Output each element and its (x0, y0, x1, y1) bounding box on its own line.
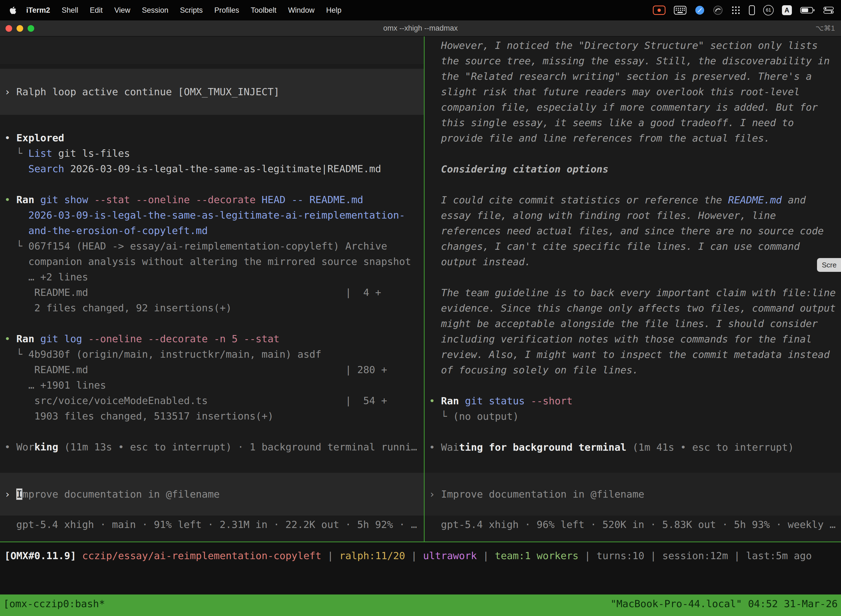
window-title: omx --xhigh --madmax (0, 24, 841, 32)
menu-bar: iTerm2 Shell Edit View Session Scripts P… (0, 0, 841, 21)
text-segment: Ralph loop active continue [OMX_TMUX_INJ… (16, 86, 280, 97)
close-button[interactable] (6, 25, 12, 32)
text-segment: Wor (16, 441, 34, 453)
agent-history-band: └ No agents completed yet (0, 37, 424, 64)
text-segment: --stat --oneline --decorate (94, 194, 255, 205)
menu-iterm2[interactable]: iTerm2 (21, 6, 56, 15)
text-segment: HEAD -- README.md (255, 194, 363, 205)
text-segment: references need actual files, and since … (429, 225, 823, 236)
terminal-line: └ List git ls-files (4, 146, 424, 161)
menu-scripts[interactable]: Scripts (174, 6, 209, 15)
keyboard-icon[interactable] (674, 6, 687, 15)
text-segment: … +2 lines (4, 271, 88, 283)
text-segment: • (4, 333, 16, 345)
text-segment: The team guideline is to back every impo… (429, 287, 836, 298)
terminal-line: references need actual files, and since … (429, 223, 841, 239)
terminal-line: README.md | 280 + (4, 362, 424, 378)
text-segment: I (16, 488, 22, 500)
text-segment: 4b9d30f (origin/main, instructkr/main, m… (28, 349, 321, 360)
menu-toolbelt[interactable]: Toolbelt (245, 6, 282, 15)
text-segment: cczip/essay/ai-reimplementation-copyleft (82, 550, 321, 561)
prompt-input-right[interactable]: › Improve documentation in @filename (425, 473, 841, 516)
terminal-line (4, 424, 424, 439)
blue-app-icon[interactable] (695, 5, 705, 15)
terminal-line: └ (no output) (429, 409, 841, 424)
text-segment: | (579, 550, 596, 561)
terminal-line: evidence. Since this change only affects… (429, 301, 841, 316)
text-segment: ting for background terminal (459, 441, 626, 453)
text-segment: Ran (441, 395, 459, 406)
menu-window[interactable]: Window (282, 6, 320, 15)
terminal-line (429, 424, 841, 440)
battery-percentage-badge[interactable]: 61 (763, 5, 774, 15)
prompt-input-right-line: › Improve documentation in @filename (425, 487, 644, 502)
agent-log-left: • Explored └ List git ls-files Search 20… (0, 130, 424, 455)
window-title-bar[interactable]: omx --xhigh --madmax ⌥⌘1 (0, 21, 841, 37)
text-segment: | (405, 550, 423, 561)
terminal-line: README.md | 4 + (4, 285, 424, 300)
model-status-left: gpt-5.4 xhigh · main · 91% left · 2.31M … (0, 517, 424, 532)
terminal-line: The team guideline is to back every impo… (429, 285, 841, 301)
prompt-input-left[interactable]: › Improve documentation in @filename (0, 473, 424, 516)
minimize-button[interactable] (16, 25, 23, 32)
ralph-inject-banner: › Ralph loop active continue [OMX_TMUX_I… (0, 69, 424, 115)
text-segment: last:5m ago (746, 550, 812, 561)
terminal-line: • Working (11m 13s • esc to interrupt) ·… (4, 439, 424, 455)
tmux-host-clock: "MacBook-Pro-44.local" 04:52 31-Mar-26 (610, 597, 838, 616)
menu-profiles[interactable]: Profiles (209, 6, 245, 15)
screen: iTerm2 Shell Edit View Session Scripts P… (0, 0, 841, 616)
text-segment: git show (40, 194, 88, 205)
terminal-line: • Waiting for background terminal (1m 41… (429, 440, 841, 455)
screen-tooltip[interactable]: Scre (817, 258, 841, 272)
input-source-icon[interactable]: A (782, 5, 792, 15)
terminal-line: essay file, along with finding root file… (429, 208, 841, 223)
text-segment: 1903 files changed, 513517 insertions(+) (4, 411, 273, 422)
terminal-line: … +1901 lines (4, 378, 424, 393)
terminal-line (4, 316, 424, 331)
text-segment: Ran (16, 194, 34, 205)
terminal-line: src/voice/voiceModeEnabled.ts | 54 + (4, 393, 424, 408)
dark-app-icon[interactable] (713, 5, 723, 15)
text-segment: the source tree, missing the essay. Stil… (429, 55, 830, 66)
apple-menu-icon[interactable] (6, 6, 21, 14)
battery-icon[interactable] (800, 6, 815, 14)
terminal-line: I could cite commit statistics or refere… (429, 192, 841, 208)
menu-view[interactable]: View (108, 6, 136, 15)
terminal: └ No agents completed yet › Ralph loop a… (0, 37, 841, 616)
text-segment: However, I noticed the "Directory Struct… (429, 40, 818, 51)
text-segment (4, 225, 28, 236)
terminal-line: … +2 lines (4, 269, 424, 285)
text-segment: (no output) (453, 411, 519, 422)
terminal-line: changes, I can't cite specific file line… (429, 239, 841, 254)
screen-recording-icon[interactable] (653, 6, 665, 15)
menu-help[interactable]: Help (320, 6, 347, 15)
control-center-icon[interactable] (823, 7, 834, 14)
menu-session[interactable]: Session (136, 6, 174, 15)
text-segment: essay file, along with finding root file… (429, 210, 776, 221)
text-segment: git status (465, 395, 525, 406)
zoom-button[interactable] (28, 25, 34, 32)
pane-right: However, I noticed the "Directory Struct… (425, 37, 841, 541)
terminal-line: [OMX#0.11.9] cczip/essay/ai-reimplementa… (4, 548, 841, 563)
terminal-line (429, 378, 841, 393)
text-segment: README.md (728, 194, 782, 205)
menu-shell[interactable]: Shell (56, 6, 84, 15)
menu-edit[interactable]: Edit (84, 6, 109, 15)
text-segment: companion analysis without altering the … (4, 256, 411, 267)
terminal-line: this single essay, it seems like a good … (429, 115, 841, 131)
dots-grid-icon[interactable] (731, 6, 741, 15)
terminal-line: › Improve documentation in @filename (429, 487, 644, 502)
text-segment: src/voice/voiceModeEnabled.ts | 54 + (4, 395, 387, 406)
terminal-line: • Ran git status --short (429, 393, 841, 409)
text-segment: might be acceptable alongside the file l… (429, 318, 818, 329)
text-segment: king (34, 441, 58, 453)
text-segment (82, 333, 88, 345)
terminal-line: 2 files changed, 92 insertions(+) (4, 300, 424, 316)
terminal-line: the source tree, missing the essay. Stil… (429, 53, 841, 69)
text-segment: | (477, 550, 495, 561)
terminal-line: review. Also, I might want to inspect th… (429, 347, 841, 362)
menubar-status-icons: 61 A (653, 5, 835, 15)
iphone-mirroring-icon[interactable] (749, 5, 755, 15)
text-segment: ultrawork (423, 550, 477, 561)
text-segment (4, 210, 28, 221)
